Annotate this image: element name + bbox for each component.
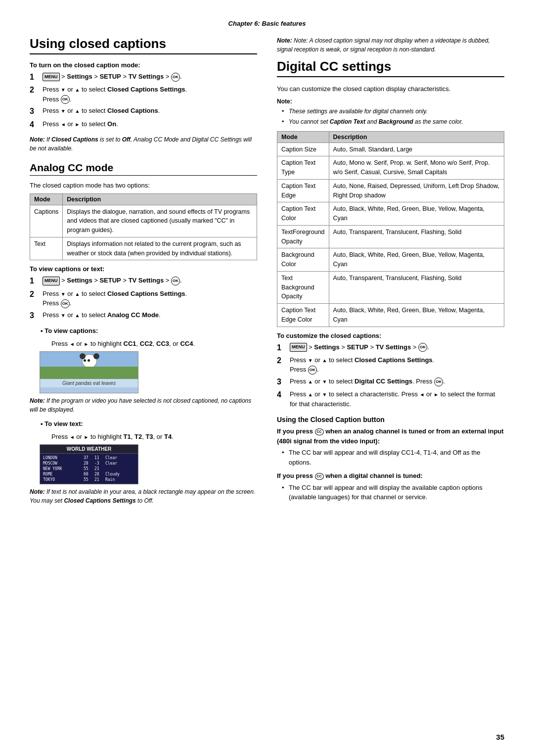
mode-text: Text: [30, 237, 63, 260]
panda-note: Note: If the program or video you have s…: [30, 396, 257, 414]
analog-bullets: The CC bar will appear and will display …: [282, 448, 504, 467]
arrow-up-5-icon: ▲: [322, 358, 327, 363]
digital-bullets: The CC bar will appear and will display …: [282, 483, 504, 502]
customize-step-2: 2 Press ▼ or ▲ to select Closed Captions…: [277, 355, 504, 375]
table-row: Caption TextEdge Color Auto, Black, Whit…: [277, 304, 504, 327]
arrow-down-4-icon: ▼: [61, 313, 66, 318]
page: Chapter 6: Basic features Using closed c…: [0, 0, 534, 756]
arrow-left-icon: ◄: [61, 122, 66, 127]
digital-note-label: Note:: [277, 97, 504, 106]
arrow-up-icon: ▲: [75, 87, 80, 93]
weather-table: LONDON3711Clear MOSCOW28-3Clear NEW YORK…: [40, 454, 138, 484]
arrow-down-2-icon: ▼: [61, 109, 66, 114]
customize-step-3: 3 Press ▲ or ▼ to select Digital CC Sett…: [277, 377, 504, 387]
customize-step-1: 1 MENU > Settings > SETUP > TV Settings …: [277, 342, 504, 353]
col-desc-header: Description: [63, 193, 257, 205]
ok-icon-1: OK: [171, 73, 180, 82]
arrow-left-3-icon: ◄: [70, 434, 75, 440]
customize-step-4: 4 Press ▲ or ▼ to select a characteristi…: [277, 389, 504, 409]
menu-icon-3: MENU: [290, 343, 307, 352]
view-text-sub: • To view text: Press ◄ or ► to highligh…: [41, 419, 257, 441]
arrow-right-2-icon: ►: [84, 341, 89, 347]
arrow-up-3-icon: ▲: [75, 291, 80, 297]
list-item: The CC bar will appear and will display …: [282, 448, 504, 467]
view-step-2: 2 Press ▼ or ▲ to select Closed Captions…: [30, 289, 257, 308]
text-note: Note: If text is not available in your a…: [30, 487, 257, 505]
section-title-closed-captions: Using closed captions: [30, 36, 257, 54]
digital-cc-title: Digital CC settings: [277, 59, 504, 77]
digital-channel-label: If you press CC when a digital channel i…: [277, 471, 504, 481]
panda-caption-text: Giant pandas eat leaves: [40, 379, 138, 387]
view-step-3: 3 Press ▼ or ▲ to select Analog CC Mode.: [30, 310, 257, 321]
list-item: The CC bar will appear and will display …: [282, 483, 504, 502]
ok-icon-6: OK: [308, 366, 317, 375]
arrow-down-3-icon: ▼: [61, 291, 66, 297]
table-row: Text Displays information not related to…: [30, 237, 257, 260]
arrow-up-6-icon: ▲: [308, 379, 313, 384]
top-note: Note: Note: A closed caption signal may …: [277, 36, 504, 54]
view-captions-sub: • To view captions: Press ◄ or ► to high…: [41, 326, 257, 348]
step-3: 3 Press ▼ or ▲ to select Closed Captions…: [30, 106, 257, 117]
list-item: These settings are available for digital…: [282, 107, 504, 116]
ok-icon-2: OK: [61, 95, 70, 104]
digital-intro: You can customize the closed caption dis…: [277, 84, 504, 94]
ok-icon-5: OK: [418, 343, 427, 352]
arrow-up-4-icon: ▲: [75, 313, 80, 318]
cc-symbol-1: CC: [315, 428, 324, 435]
arrow-up-2-icon: ▲: [75, 109, 80, 114]
arrow-down-6-icon: ▼: [322, 379, 327, 384]
list-item: You cannot set Caption Text and Backgrou…: [282, 117, 504, 126]
right-column: Note: Note: A closed caption signal may …: [277, 36, 504, 510]
customize-steps: 1 MENU > Settings > SETUP > TV Settings …: [277, 342, 504, 409]
cc-symbol-2: CC: [315, 473, 324, 480]
table-row: TextForegroundOpacity Auto, Transparent,…: [277, 225, 504, 248]
menu-icon: MENU: [43, 73, 60, 82]
table-row: Caption TextType Auto, Mono w. Serif, Pr…: [277, 156, 504, 180]
using-cc-title: Using the Closed Caption button: [277, 416, 504, 424]
panda-image: Giant pandas eat leaves: [40, 351, 138, 393]
analog-cc-mode-title: Analog CC mode: [30, 162, 257, 176]
customize-label: To customize the closed captions:: [277, 332, 504, 339]
arrow-down-icon: ▼: [61, 87, 66, 93]
weather-image: WORLD WEATHER LONDON3711Clear MOSCOW28-3…: [40, 444, 138, 484]
arrow-right-4-icon: ►: [434, 392, 439, 397]
table-row: Caption Size Auto, Small, Standard, Larg…: [277, 142, 504, 156]
desc-captions: Displays the dialogue, narration, and so…: [63, 205, 257, 237]
view-captions-label: To view captions or text:: [30, 265, 257, 273]
arrow-left-2-icon: ◄: [70, 341, 75, 347]
digital-note-block: Note: These settings are available for d…: [277, 97, 504, 126]
view-text-label: • To view text:: [41, 420, 83, 427]
arrow-down-5-icon: ▼: [308, 358, 313, 363]
ok-icon-7: OK: [434, 378, 443, 386]
analog-mode-table: Mode Description Captions Displays the d…: [30, 193, 257, 261]
ok-icon-4: OK: [61, 299, 70, 308]
arrow-right-3-icon: ►: [84, 434, 89, 440]
menu-icon-2: MENU: [43, 277, 60, 285]
arrow-up-7-icon: ▲: [308, 392, 313, 397]
table-row: Caption TextColor Auto, Black, White, Re…: [277, 202, 504, 226]
turn-on-steps: 1 MENU > Settings > SETUP > TV Settings …: [30, 72, 257, 130]
view-step-1: 1 MENU > Settings > SETUP > TV Settings …: [30, 276, 257, 286]
analog-channel-label: If you press CC when an analog channel i…: [277, 426, 504, 446]
mode-captions: Captions: [30, 205, 63, 237]
turn-on-note: Note: If Closed Captions is set to Off, …: [30, 135, 257, 153]
arrow-down-7-icon: ▼: [322, 392, 327, 397]
digital-note-bullets: These settings are available for digital…: [282, 107, 504, 126]
step-1: 1 MENU > Settings > SETUP > TV Settings …: [30, 72, 257, 83]
ok-icon-3: OK: [171, 277, 180, 285]
digital-col-desc-header: Description: [329, 131, 504, 142]
step-4: 4 Press ◄ or ► to select On.: [30, 119, 257, 130]
desc-text: Displays information not related to the …: [63, 237, 257, 260]
table-row: TextBackgroundOpacity Auto, Transparent,…: [277, 271, 504, 303]
chapter-header: Chapter 6: Basic features: [30, 20, 504, 27]
view-steps: 1 MENU > Settings > SETUP > TV Settings …: [30, 276, 257, 321]
col-mode-header: Mode: [30, 193, 63, 205]
step-2: 2 Press ▼ or ▲ to select Closed Captions…: [30, 85, 257, 104]
arrow-left-4-icon: ◄: [420, 392, 425, 397]
table-row: Captions Displays the dialogue, narratio…: [30, 205, 257, 237]
digital-mode-table: Mode Description Caption Size Auto, Smal…: [277, 131, 504, 327]
arrow-right-icon: ►: [75, 122, 80, 127]
analog-intro: The closed caption mode has two options:: [30, 181, 257, 190]
table-row: Caption TextEdge Auto, None, Raised, Dep…: [277, 179, 504, 202]
page-number: 35: [496, 733, 504, 741]
